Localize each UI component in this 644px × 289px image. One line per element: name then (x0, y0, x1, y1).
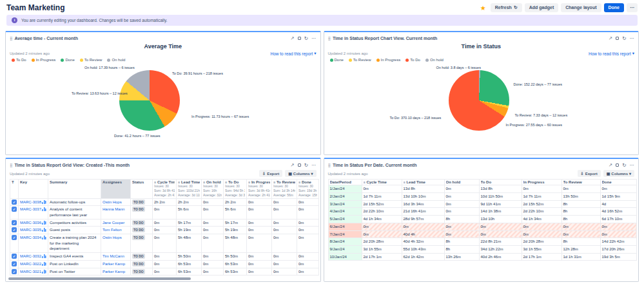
assignee-link[interactable]: Parker Kamp (102, 270, 125, 274)
column-header[interactable]: ≡ Cycle TimeIssues: 30Sum: 3d 8h 41mAver… (153, 180, 177, 198)
cell-icon[interactable]: ✓ (10, 206, 19, 219)
help-link[interactable]: How to read this report ▾ (589, 51, 634, 56)
cell-key[interactable]: MARC-3036 (19, 219, 48, 227)
column-header[interactable]: ≡ Lead Time ↑Issues: 30Sum: 103d 21h 37m… (177, 180, 202, 198)
assignee-link[interactable]: Tom Felton (102, 228, 122, 232)
assignee-link[interactable]: Jane Cooper (102, 221, 124, 225)
task-type-icon[interactable]: ✓ (12, 207, 17, 212)
task-type-icon[interactable]: ✓ (12, 254, 17, 259)
column-header[interactable]: ≡ On holdIssues: 30Sum: 16hAverage: 32m (202, 180, 224, 198)
cell-icon[interactable]: ✓ (10, 219, 19, 227)
table-row[interactable]: 5/Jan/244d 1h 34m28d 9h 57m8h13d 10h4d 1… (328, 216, 636, 223)
drag-handle-icon[interactable]: ⣿ (10, 163, 12, 167)
cell-key[interactable]: MARC-3035 (19, 227, 48, 234)
column-header[interactable]: Summary (48, 180, 101, 198)
pie[interactable] (449, 70, 509, 131)
chart-icon[interactable] (42, 200, 46, 204)
column-header[interactable]: ≡ Lead Time (402, 180, 444, 185)
table-row[interactable]: ✓MARC-3022Post on LinkedInParker KampTO … (10, 260, 319, 268)
issue-key-link[interactable]: MARC-3032 (20, 254, 41, 258)
export-button[interactable]: ⇩ Export (259, 170, 282, 177)
table-row[interactable]: ✓MARC-3034Create a training plan 2024 fo… (10, 234, 319, 253)
assignee-link[interactable]: Ostin Hops (102, 200, 122, 204)
pie[interactable] (119, 70, 180, 131)
assignee-link[interactable]: Hanna Mann (102, 207, 124, 211)
task-type-icon[interactable]: ✓ (12, 200, 17, 205)
gadget-more-icon[interactable]: ⋯ (311, 36, 317, 41)
cell-key[interactable]: MARC-3032 (19, 253, 48, 261)
task-type-icon[interactable]: ✓ (12, 235, 17, 240)
table-row[interactable]: 4/Jan/242d 22h 10m21d 16h 41m0m14d 1h 38… (328, 208, 636, 216)
expand-icon[interactable]: ↗ (609, 36, 612, 41)
column-header[interactable]: ≡ To DoIssues: 30Sum: 94d 5h 11mAverage:… (224, 180, 247, 198)
column-header[interactable]: Done (600, 180, 636, 185)
chart-icon[interactable] (42, 207, 46, 211)
task-type-icon[interactable]: ✓ (12, 227, 17, 232)
fullscreen-icon[interactable] (298, 37, 301, 40)
task-type-icon[interactable]: ✓ (12, 220, 17, 225)
column-header[interactable]: ≡ To ReviewIssues: 30Sum: 1d 3h 14mAvera… (272, 180, 297, 198)
horizontal-scrollbar[interactable] (8, 277, 191, 280)
task-type-icon[interactable]: ✓ (12, 269, 17, 274)
help-link[interactable]: How to read this report ▾ (270, 51, 316, 56)
cell-link[interactable]: Tom Felton (101, 227, 131, 234)
chart-icon[interactable] (42, 262, 46, 266)
column-header[interactable]: ≡ In ProgressIssues: 30Sum: 3d 8h 41mAve… (247, 180, 272, 198)
refresh-button[interactable]: Refresh ↻ (491, 3, 522, 12)
table-row[interactable]: 9/Jan/243d 1h 55m55d 10h 43m8h34d 12h 22… (328, 245, 636, 253)
column-header[interactable]: ≡ DoneIssues: 30Sum: 19d 3h 5mAverage: 1… (297, 180, 319, 198)
change-layout-button[interactable]: Change layout (561, 3, 601, 12)
column-header[interactable]: To Do (479, 180, 522, 185)
expand-icon[interactable]: ↗ (290, 163, 294, 168)
export-button[interactable]: ⇩ Export (578, 170, 601, 177)
cell-icon[interactable]: ✓ (10, 227, 19, 234)
gadget-more-icon[interactable]: ⋯ (630, 163, 635, 168)
column-header[interactable]: Status (131, 180, 153, 198)
fullscreen-icon[interactable] (616, 37, 619, 40)
chart-icon[interactable] (42, 221, 46, 225)
more-options-button[interactable]: ⋯ (627, 3, 638, 12)
assignee-link[interactable]: Tim McCann (102, 254, 124, 258)
table-row[interactable]: ✓MARC-3036Competitors activitiesJane Coo… (10, 219, 319, 227)
column-header[interactable]: Date/Period (328, 180, 362, 185)
column-header[interactable]: To Review (561, 180, 600, 185)
column-header[interactable]: Key (19, 180, 48, 198)
cell-key[interactable]: MARC-3022 (19, 260, 48, 268)
column-header[interactable]: ≡ Cycle Time (362, 180, 402, 185)
table-row[interactable]: ✓MARC-3038Automatic follow-upsOstin Hops… (10, 198, 319, 206)
cell-icon[interactable]: ✓ (10, 253, 19, 261)
filter-icon[interactable]: ≡ (404, 180, 405, 184)
filter-icon[interactable]: ≡ (364, 180, 366, 184)
column-header[interactable]: Assignees (101, 180, 131, 198)
issue-key-link[interactable]: MARC-3038 (20, 200, 41, 204)
columns-button[interactable]: ▦ Columns ▾ (603, 170, 634, 177)
expand-icon[interactable]: ↗ (609, 163, 612, 168)
cell-key[interactable]: MARC-3037 (19, 206, 48, 219)
cell-icon[interactable]: ✓ (10, 234, 19, 253)
cell-key[interactable]: MARC-3034 (19, 234, 48, 253)
table-row[interactable]: 7/Jan/240m40d 4h0m0m0m0m0m (328, 230, 636, 238)
add-gadget-button[interactable]: Add gadget (525, 3, 559, 12)
cell-key[interactable]: MARC-3038 (19, 198, 48, 206)
table-row[interactable]: ✓MARC-3032Inspect GA4 eventsTim McCannTO… (10, 253, 319, 261)
column-header[interactable]: In Progress (522, 180, 561, 185)
table-row[interactable]: 2/Jan/241d 7h 11m13d 10h 10m0m10d 11h 50… (328, 193, 636, 201)
table-row[interactable]: 8/Jan/242d 20h 28m40d 4h 32m8h22d 8h 21m… (328, 238, 636, 246)
drag-handle-icon[interactable]: ⣿ (328, 163, 330, 167)
columns-button[interactable]: ▦ Columns ▾ (285, 170, 316, 177)
table-row[interactable]: 1/Jan/240m13d 8h0m13d 8h0m0m0m (328, 185, 636, 193)
refresh-gadget-icon[interactable]: ↻ (622, 163, 626, 168)
issue-key-link[interactable]: MARC-3037 (20, 207, 41, 211)
cell-link[interactable]: Parker Kamp (101, 268, 131, 275)
cell-icon[interactable]: ✓ (10, 198, 19, 206)
cell-icon[interactable]: ✓ (10, 260, 19, 268)
issue-key-link[interactable]: MARC-3034 (20, 236, 41, 239)
cell-key[interactable]: MARC-3021 (19, 268, 48, 275)
table-row[interactable]: ✓MARC-3037Analysis of content performanc… (10, 206, 319, 219)
chart-icon[interactable] (42, 254, 46, 258)
issue-key-link[interactable]: MARC-3036 (20, 221, 41, 225)
chart-icon[interactable] (42, 236, 46, 239)
cell-link[interactable]: Ostin Hops (101, 234, 131, 253)
table-row[interactable]: ✓MARC-3035Guest postsTom FeltonTO DO0m5h… (10, 227, 319, 234)
fullscreen-icon[interactable] (616, 163, 619, 167)
